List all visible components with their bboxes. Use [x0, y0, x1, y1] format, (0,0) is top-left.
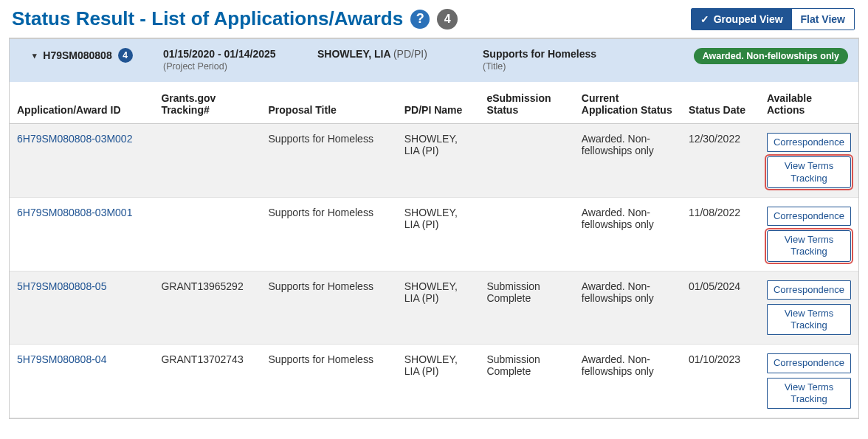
status-date: 01/10/2023	[681, 345, 760, 418]
result-count-badge: 4	[437, 9, 458, 30]
esubmission-status	[479, 197, 574, 271]
proposal-title: Supports for Homeless	[261, 124, 397, 198]
pdpi-cell: SHOWLEY, LIA (PI)	[397, 271, 480, 345]
view-terms-tracking-button[interactable]: View Terms Tracking	[767, 156, 851, 188]
view-terms-tracking-button[interactable]: View Terms Tracking	[767, 378, 851, 409]
help-icon[interactable]: ?	[410, 10, 430, 29]
tracking-number: GRANT13965292	[154, 271, 261, 345]
application-status: Awarded. Non-fellowships only	[574, 197, 681, 271]
group-header[interactable]: ▾ H79SM080808 4 01/15/2020 - 01/14/2025 …	[10, 38, 858, 82]
correspondence-button[interactable]: Correspondence	[767, 133, 851, 152]
application-status: Awarded. Non-fellowships only	[574, 271, 681, 345]
tracking-number: GRANT13702743	[154, 345, 261, 418]
applications-table: Application/Award ID Grants.gov Tracking…	[10, 82, 858, 418]
award-id-link[interactable]: 6H79SM080808-03M002	[17, 133, 132, 145]
esubmission-status: Submission Complete	[479, 271, 574, 345]
chevron-down-icon[interactable]: ▾	[32, 51, 37, 61]
results-container: ▾ H79SM080808 4 01/15/2020 - 01/14/2025 …	[9, 38, 859, 419]
tracking-number	[154, 197, 261, 271]
award-id-link[interactable]: 6H79SM080808-03M001	[17, 207, 132, 218]
status-date: 12/30/2022	[681, 124, 760, 198]
status-date: 11/08/2022	[681, 197, 760, 271]
correspondence-button[interactable]: Correspondence	[767, 353, 851, 373]
esubmission-status: Submission Complete	[479, 345, 574, 418]
pdpi-cell: SHOWLEY, LIA (PI)	[397, 197, 480, 271]
proposal-title: Supports for Homeless	[261, 197, 397, 271]
flat-view-button[interactable]: Flat View	[792, 9, 854, 30]
group-title-sub: (Title)	[483, 61, 630, 72]
pdpi-cell: SHOWLEY, LIA (PI)	[397, 124, 480, 198]
col-header-date[interactable]: Status Date	[681, 82, 760, 124]
col-header-proposal[interactable]: Proposal Title	[261, 82, 397, 124]
col-header-id[interactable]: Application/Award ID	[10, 82, 154, 124]
check-icon	[700, 13, 709, 25]
view-terms-tracking-button[interactable]: View Terms Tracking	[767, 230, 851, 262]
pdpi-name: SHOWLEY, LIA	[317, 48, 390, 60]
status-date: 01/05/2024	[681, 271, 760, 345]
grouped-view-label: Grouped View	[714, 13, 783, 25]
status-badge: Awarded. Non-fellowships only	[694, 48, 848, 64]
col-header-tracking[interactable]: Grants.gov Tracking#	[154, 82, 261, 124]
col-header-actions[interactable]: Available Actions	[760, 82, 858, 124]
group-count-badge: 4	[118, 48, 133, 63]
correspondence-button[interactable]: Correspondence	[767, 280, 851, 300]
tracking-number	[154, 124, 261, 198]
proposal-title: Supports for Homeless	[261, 271, 397, 345]
project-period: 01/15/2020 - 01/14/2025	[163, 48, 300, 60]
project-period-sub: (Project Period)	[163, 61, 300, 72]
proposal-title: Supports for Homeless	[261, 345, 397, 418]
esubmission-status	[479, 124, 574, 198]
table-row: 6H79SM080808-03M001Supports for Homeless…	[10, 197, 858, 271]
view-terms-tracking-button[interactable]: View Terms Tracking	[767, 304, 851, 336]
flat-view-label: Flat View	[801, 13, 845, 25]
group-id: H79SM080808	[43, 49, 111, 61]
award-id-link[interactable]: 5H79SM080808-05	[17, 280, 106, 292]
page-title: Status Result - List of Applications/Awa…	[9, 7, 458, 30]
col-header-status[interactable]: Current Application Status	[574, 82, 681, 124]
application-status: Awarded. Non-fellowships only	[574, 345, 681, 418]
col-header-esub[interactable]: eSubmission Status	[479, 82, 574, 124]
award-id-link[interactable]: 5H79SM080808-04	[17, 353, 106, 365]
view-toggle: Grouped View Flat View	[691, 8, 855, 30]
page-title-text: Status Result - List of Applications/Awa…	[12, 7, 403, 30]
application-status: Awarded. Non-fellowships only	[574, 124, 681, 198]
pdpi-cell: SHOWLEY, LIA (PI)	[397, 345, 480, 418]
pdpi-role: (PD/PI)	[393, 48, 427, 60]
table-row: 5H79SM080808-05GRANT13965292Supports for…	[10, 271, 858, 345]
grouped-view-button[interactable]: Grouped View	[692, 9, 792, 30]
table-row: 5H79SM080808-04GRANT13702743Supports for…	[10, 345, 858, 418]
group-title: Supports for Homeless	[483, 48, 630, 60]
correspondence-button[interactable]: Correspondence	[767, 207, 851, 226]
col-header-pdpi[interactable]: PD/PI Name	[397, 82, 480, 124]
table-row: 6H79SM080808-03M002Supports for Homeless…	[10, 124, 858, 198]
